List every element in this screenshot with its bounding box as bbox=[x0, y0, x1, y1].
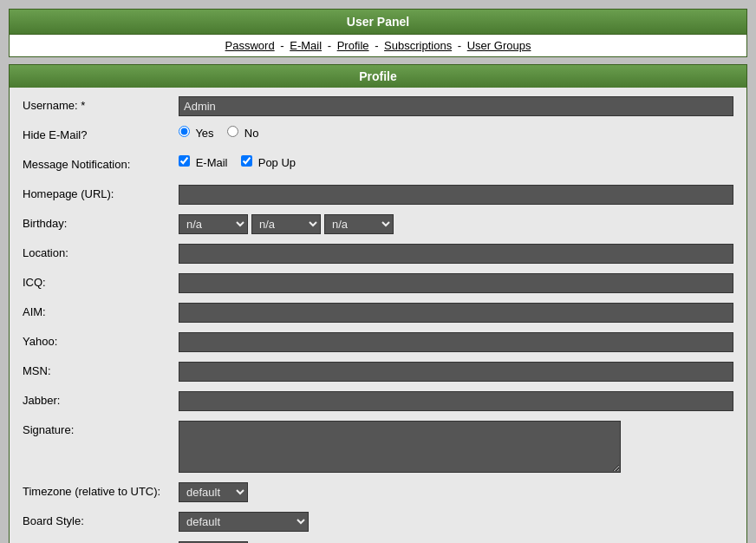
jabber-row: Jabber: bbox=[23, 391, 733, 414]
signature-label: Signature: bbox=[23, 421, 179, 436]
notification-email-checkbox[interactable] bbox=[179, 155, 190, 167]
timezone-label: Timezone (relative to UTC): bbox=[23, 482, 179, 498]
homepage-row: Homepage (URL): bbox=[23, 185, 733, 207]
yahoo-input[interactable] bbox=[179, 332, 733, 352]
message-notification-control: E-Mail Pop Up bbox=[179, 155, 733, 169]
hide-email-label: Hide E-Mail? bbox=[23, 126, 179, 141]
homepage-input[interactable] bbox=[179, 185, 733, 205]
icq-input[interactable] bbox=[179, 273, 733, 293]
message-notification-row: Message Notification: E-Mail Pop Up bbox=[23, 155, 733, 178]
form-body: Username: * Hide E-Mail? Yes No bbox=[10, 88, 746, 543]
nav-profile[interactable]: Profile bbox=[337, 39, 369, 52]
yahoo-row: Yahoo: bbox=[23, 332, 733, 355]
birthday-control: n/a n/a n/a bbox=[179, 214, 733, 234]
hide-email-row: Hide E-Mail? Yes No bbox=[23, 126, 733, 148]
icq-row: ICQ: bbox=[23, 273, 733, 296]
birthday-month-select[interactable]: n/a bbox=[251, 214, 321, 234]
message-notification-label: Message Notification: bbox=[23, 155, 179, 171]
aim-input[interactable] bbox=[179, 303, 733, 323]
jabber-control bbox=[179, 391, 733, 411]
username-row: Username: * bbox=[23, 96, 733, 119]
aim-row: AIM: bbox=[23, 303, 733, 325]
timezone-control: default bbox=[179, 482, 733, 502]
birthday-row: Birthday: n/a n/a n/a bbox=[23, 214, 733, 237]
location-row: Location: bbox=[23, 244, 733, 266]
notification-popup-checkbox[interactable] bbox=[241, 155, 252, 167]
jabber-input[interactable] bbox=[179, 391, 733, 411]
nav-user-groups[interactable]: User Groups bbox=[467, 39, 531, 52]
nav-email[interactable]: E-Mail bbox=[290, 39, 322, 52]
location-control bbox=[179, 244, 733, 264]
notification-popup-label[interactable]: Pop Up bbox=[241, 156, 296, 169]
jabber-label: Jabber: bbox=[23, 391, 179, 407]
board-style-control: default bbox=[179, 512, 733, 532]
location-input[interactable] bbox=[179, 244, 733, 264]
hide-email-yes-radio[interactable] bbox=[179, 126, 190, 137]
signature-control bbox=[179, 421, 733, 475]
icq-control bbox=[179, 273, 733, 293]
timezone-row: Timezone (relative to UTC): default bbox=[23, 482, 733, 505]
homepage-control bbox=[179, 185, 733, 205]
username-label: Username: * bbox=[23, 96, 179, 112]
panel-title: User Panel bbox=[347, 15, 409, 29]
msn-control bbox=[179, 362, 733, 382]
notification-email-label[interactable]: E-Mail bbox=[179, 156, 231, 169]
signature-row: Signature: bbox=[23, 421, 733, 475]
panel-header: User Panel bbox=[9, 9, 747, 35]
aim-control bbox=[179, 303, 733, 323]
hide-email-control: Yes No bbox=[179, 126, 733, 140]
nav-password[interactable]: Password bbox=[225, 39, 275, 52]
timezone-select[interactable]: default bbox=[179, 482, 248, 502]
hide-email-no-label[interactable]: No bbox=[227, 127, 258, 140]
msn-label: MSN: bbox=[23, 362, 179, 377]
username-input[interactable] bbox=[179, 96, 733, 116]
hide-email-no-radio[interactable] bbox=[227, 126, 238, 137]
username-control bbox=[179, 96, 733, 116]
main-box: Profile Username: * Hide E-Mail? Yes bbox=[9, 64, 747, 543]
aim-label: AIM: bbox=[23, 303, 179, 318]
icq-label: ICQ: bbox=[23, 273, 179, 289]
nav-subscriptions[interactable]: Subscriptions bbox=[384, 39, 452, 52]
yahoo-label: Yahoo: bbox=[23, 332, 179, 348]
hide-email-yes-label[interactable]: Yes bbox=[179, 127, 217, 140]
msn-row: MSN: bbox=[23, 362, 733, 384]
board-style-row: Board Style: default bbox=[23, 512, 733, 534]
birthday-label: Birthday: bbox=[23, 214, 179, 230]
location-label: Location: bbox=[23, 244, 179, 259]
signature-textarea[interactable] bbox=[179, 421, 621, 473]
yahoo-control bbox=[179, 332, 733, 352]
section-header: Profile bbox=[10, 65, 746, 88]
birthday-day-select[interactable]: n/a bbox=[179, 214, 248, 234]
homepage-label: Homepage (URL): bbox=[23, 185, 179, 200]
nav-bar: Password - E-Mail - Profile - Subscripti… bbox=[9, 35, 747, 57]
section-title: Profile bbox=[359, 69, 397, 83]
msn-input[interactable] bbox=[179, 362, 733, 382]
board-style-select[interactable]: default bbox=[179, 512, 309, 532]
board-style-label: Board Style: bbox=[23, 512, 179, 527]
birthday-year-select[interactable]: n/a bbox=[324, 214, 394, 234]
